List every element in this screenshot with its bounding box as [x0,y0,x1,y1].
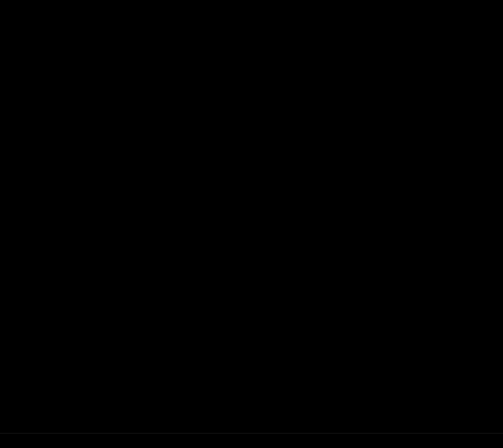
macd-header [8,269,19,279]
chart-application [0,0,503,448]
chart-canvas[interactable] [0,0,503,448]
time-axis [0,433,503,448]
chart-title [7,3,9,13]
rsi-header [8,352,19,362]
